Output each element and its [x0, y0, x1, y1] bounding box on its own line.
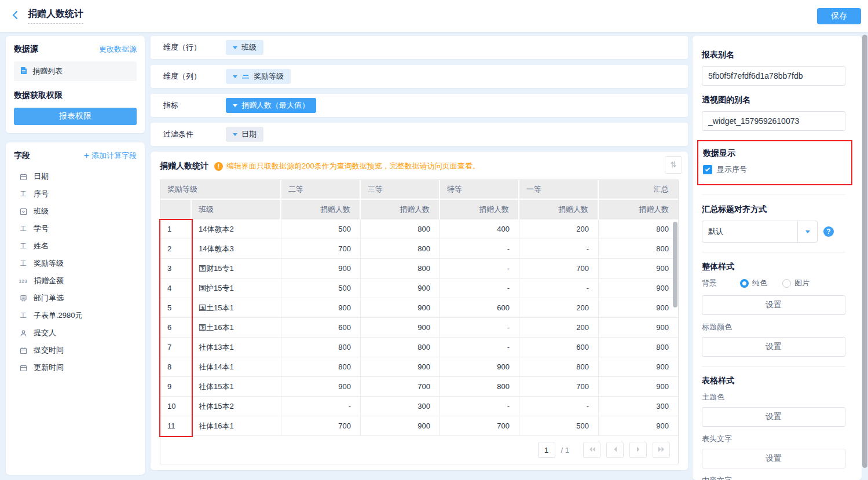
table-value-cell: 600	[519, 338, 599, 357]
table-value-cell: 900	[281, 377, 361, 397]
settings-panel: 报表别名 透视图的别名 数据显示 显示序号 汇总标题对齐方式 默认 ? 整体样式…	[693, 36, 862, 480]
dimension-col-chip[interactable]: 奖励等级	[226, 69, 291, 84]
table-rowdim-header-cell: 班级	[192, 200, 281, 219]
divider	[702, 366, 845, 367]
change-datasource-link[interactable]: 更改数据源	[99, 44, 137, 54]
table-value-cell: -	[440, 279, 519, 298]
table-value-cell: 700	[361, 377, 440, 397]
table-value-cell: 900	[361, 279, 440, 298]
field-item[interactable]: 更新时间	[14, 359, 137, 376]
divider	[702, 252, 845, 252]
table-value-cell: 200	[519, 219, 599, 239]
field-item[interactable]: 工子表单.2980元	[14, 307, 137, 324]
table-group-header-cell: 一等	[519, 180, 599, 200]
table-seq-cell: 9	[160, 377, 192, 397]
widget-alias-input[interactable]	[702, 111, 845, 131]
table-value-cell: -	[440, 239, 519, 259]
datasource-item[interactable]: 捐赠列表	[14, 61, 137, 81]
table-value-cell: -	[440, 259, 519, 279]
summary-align-select[interactable]: 默认	[702, 221, 818, 243]
metric-chip[interactable]: 捐赠人数（最大值）	[226, 98, 316, 113]
filter-chip[interactable]: 日期	[226, 127, 263, 142]
last-page-button[interactable]	[653, 442, 670, 458]
field-item[interactable]: 提交人	[14, 324, 137, 342]
permission-title: 数据获取权限	[14, 90, 137, 101]
title-color-set-button[interactable]: 设置	[702, 337, 845, 357]
preview-warning: !编辑界面只取数据源前200条作为查询数据预览，完整数据请访问页面查看。	[214, 161, 480, 171]
table-seq-cell: 6	[160, 318, 192, 338]
chevron-down-icon	[805, 230, 810, 233]
show-seq-checkbox-row[interactable]: 显示序号	[703, 164, 847, 175]
first-page-button[interactable]	[583, 442, 600, 458]
table-class-cell: 社体15本1	[192, 377, 281, 397]
divider	[702, 195, 845, 195]
calendar-icon	[19, 173, 28, 181]
field-item[interactable]: 工学号	[14, 220, 137, 237]
datasource-panel: 数据源 更改数据源 捐赠列表 数据获取权限 报表权限	[6, 36, 145, 133]
next-page-button[interactable]	[629, 442, 647, 458]
back-button[interactable]	[7, 8, 24, 25]
table-class-cell: 国财15专1	[192, 259, 281, 279]
document-icon	[20, 67, 28, 76]
window-scrollbar-thumb[interactable]	[862, 35, 867, 468]
page-total: / 1	[561, 446, 569, 455]
table-value-cell: 900	[599, 318, 678, 338]
radio-image-label: 图片	[794, 278, 810, 288]
checkbox-checked-icon[interactable]	[703, 165, 712, 174]
last-page-icon	[658, 446, 665, 455]
header-text-set-button[interactable]: 设置	[702, 449, 845, 468]
theme-color-set-button[interactable]: 设置	[702, 407, 845, 427]
radio-solid-color[interactable]: 纯色	[740, 278, 767, 288]
field-item[interactable]: 123捐赠金额	[14, 272, 137, 290]
table-value-cell: -	[440, 397, 519, 416]
plus-icon: +	[84, 151, 89, 160]
department-icon	[19, 295, 28, 302]
field-item[interactable]: 班级	[14, 203, 137, 220]
fields-title: 字段	[14, 151, 30, 161]
overall-style-label: 整体样式	[702, 262, 845, 272]
dimension-row-chip[interactable]: 班级	[226, 40, 263, 55]
save-button[interactable]: 保存	[817, 8, 861, 24]
header-text-label: 表头文字	[702, 434, 845, 444]
field-item[interactable]: 部门单选	[14, 290, 137, 307]
table-value-cell: -	[281, 397, 361, 416]
table-scrollbar-thumb[interactable]	[673, 222, 677, 307]
add-calc-field-link[interactable]: +添加计算字段	[84, 151, 137, 161]
page-title[interactable]: 捐赠人数统计	[28, 8, 83, 24]
sort-arrows-icon	[669, 160, 677, 170]
table-value-cell: 800	[599, 239, 678, 259]
field-item[interactable]: 工序号	[14, 185, 137, 203]
table-value-cell: 300	[361, 397, 440, 416]
table-seq-cell: 3	[160, 259, 192, 279]
calendar-icon	[19, 364, 28, 372]
table-value-cell: 700	[519, 259, 599, 279]
help-icon[interactable]: ?	[823, 226, 834, 237]
page-number-input[interactable]	[538, 442, 555, 458]
select-caret-box[interactable]	[797, 221, 817, 242]
radio-image[interactable]: 图片	[782, 278, 810, 288]
field-item[interactable]: 日期	[14, 168, 137, 185]
sort-button[interactable]	[665, 156, 682, 174]
table-value-cell: -	[519, 397, 599, 416]
prev-page-button[interactable]	[606, 442, 624, 458]
report-alias-input[interactable]	[702, 66, 845, 86]
field-item[interactable]: 提交时间	[14, 342, 137, 359]
table-value-cell: 800	[281, 357, 361, 377]
content-text-label: 内容文字	[702, 475, 845, 480]
radio-solid-label: 纯色	[752, 278, 767, 288]
field-item[interactable]: 工奖励等级	[14, 255, 137, 272]
background-set-button[interactable]: 设置	[702, 295, 845, 315]
calendar-icon	[19, 347, 28, 354]
table-class-cell: 社体16本1	[192, 416, 281, 436]
table-class-cell: 国土15本1	[192, 298, 281, 318]
table-value-cell: 400	[440, 219, 519, 239]
table-value-cell: -	[519, 239, 599, 259]
report-permission-button[interactable]: 报表权限	[14, 108, 137, 125]
text-icon: 工	[19, 225, 28, 233]
preview-table-wrap: 奖励等级二等三等特等一等汇总班级捐赠人数捐赠人数捐赠人数捐赠人数捐赠人数114体…	[160, 179, 679, 464]
table-class-cell: 14体教本3	[192, 239, 281, 259]
table-class-cell: 国护15专1	[192, 279, 281, 298]
field-item[interactable]: 工姓名	[14, 237, 137, 255]
table-seq-cell: 8	[160, 357, 192, 377]
field-label: 学号	[34, 223, 49, 234]
